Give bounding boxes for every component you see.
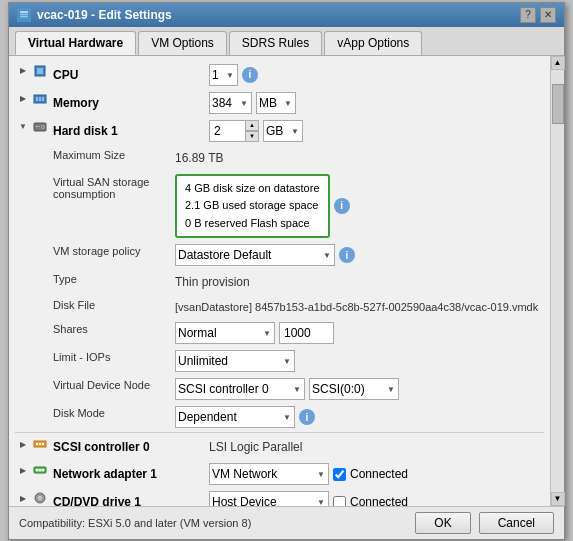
shares-num-input[interactable] — [279, 322, 334, 344]
network-expander[interactable]: ▶ — [15, 461, 31, 479]
cdrom-connected-checkbox[interactable] — [333, 496, 346, 506]
cdrom-icon — [31, 489, 49, 505]
harddisk-spinner[interactable]: ▲ ▼ — [209, 120, 259, 142]
window-title: vcac-019 - Edit Settings — [37, 8, 172, 22]
scroll-down-arrow[interactable]: ▼ — [551, 492, 565, 506]
ok-button[interactable]: OK — [415, 512, 470, 534]
cdrom-expander[interactable]: ▶ — [15, 489, 31, 505]
tab-sdrs-rules[interactable]: SDRS Rules — [229, 31, 322, 55]
title-bar-left: vcac-019 - Edit Settings — [17, 8, 172, 22]
vmstorage-controls: Datastore Default i — [175, 242, 544, 268]
scsi-icon — [31, 435, 49, 453]
memory-label: Memory — [49, 94, 209, 112]
cdrom-select-wrapper[interactable]: Host Device — [209, 491, 329, 505]
vmstorage-info-icon[interactable]: i — [339, 247, 355, 263]
scsi-label: SCSI controller 0 — [49, 438, 209, 456]
harddisk-unit-wrapper[interactable]: GB — [263, 120, 303, 142]
svg-rect-15 — [36, 443, 38, 445]
memory-value-wrapper[interactable]: 384 — [209, 92, 252, 114]
maxsize-label: Maximum Size — [49, 146, 175, 164]
scsi-expander[interactable]: ▶ — [15, 435, 31, 453]
harddisk-row: ▼ Hard disk 1 ▲ ▼ GB — [15, 118, 544, 144]
compatibility-text: Compatibility: ESXi 5.0 and later (VM ve… — [19, 517, 251, 529]
memory-unit-wrapper[interactable]: MB — [256, 92, 296, 114]
cpu-select[interactable]: 1 — [209, 64, 238, 86]
cdrom-select[interactable]: Host Device — [209, 491, 329, 505]
memory-expander[interactable]: ▶ — [15, 90, 31, 108]
cpu-expander[interactable]: ▶ — [15, 62, 31, 80]
harddisk-down-btn[interactable]: ▼ — [245, 131, 259, 142]
vdn-ctrl-select[interactable]: SCSI controller 0 — [175, 378, 305, 400]
diskmode-select-wrapper[interactable]: Dependent — [175, 406, 295, 428]
vdn-node-select[interactable]: SCSI(0:0) — [309, 378, 399, 400]
tab-virtual-hardware[interactable]: Virtual Hardware — [15, 31, 136, 55]
scsi-value: LSI Logic Parallel — [209, 437, 302, 457]
shares-select[interactable]: Normal — [175, 322, 275, 344]
harddisk-expander[interactable]: ▼ — [15, 118, 31, 136]
vmstorage-select-wrapper[interactable]: Datastore Default — [175, 244, 335, 266]
main-window: vcac-019 - Edit Settings ? ✕ Virtual Har… — [8, 2, 565, 540]
network-connected-label: Connected — [350, 467, 408, 481]
help-button[interactable]: ? — [520, 7, 536, 23]
scrollbar[interactable]: ▲ ▼ — [550, 56, 564, 506]
limit-select-wrapper[interactable]: Unlimited — [175, 350, 295, 372]
vdn-row: Virtual Device Node SCSI controller 0 SC… — [15, 376, 544, 402]
svg-rect-5 — [37, 68, 43, 74]
vdn-node-wrapper[interactable]: SCSI(0:0) — [309, 378, 399, 400]
type-label: Type — [49, 270, 175, 288]
svg-point-19 — [36, 469, 39, 472]
vdn-label: Virtual Device Node — [49, 376, 175, 394]
svg-point-21 — [42, 469, 45, 472]
vdn-ctrl-wrapper[interactable]: SCSI controller 0 — [175, 378, 305, 400]
harddisk-spinner-btns: ▲ ▼ — [245, 120, 259, 142]
cancel-button[interactable]: Cancel — [479, 512, 554, 534]
cpu-label: CPU — [49, 66, 209, 84]
maxsize-controls: 16.89 TB — [175, 146, 544, 170]
svg-rect-2 — [20, 14, 28, 15]
diskmode-label: Disk Mode — [49, 404, 175, 422]
harddisk-unit-select[interactable]: GB — [263, 120, 303, 142]
memory-unit-select[interactable]: MB — [256, 92, 296, 114]
diskmode-info-icon[interactable]: i — [299, 409, 315, 425]
tab-vm-options[interactable]: VM Options — [138, 31, 227, 55]
cpu-info-icon[interactable]: i — [242, 67, 258, 83]
diskfile-row: Disk File [vsanDatastore] 8457b153-a1bd-… — [15, 296, 544, 318]
scsi-controls: LSI Logic Parallel — [209, 435, 544, 459]
content-area: ▶ CPU 1 i ▶ Memory — [9, 56, 564, 506]
diskmode-select[interactable]: Dependent — [175, 406, 295, 428]
shares-row: Shares Normal — [15, 320, 544, 346]
svg-rect-9 — [42, 97, 44, 101]
network-connected-checkbox[interactable] — [333, 468, 346, 481]
network-label: Network adapter 1 — [49, 465, 209, 483]
harddisk-label: Hard disk 1 — [49, 122, 209, 140]
limit-select[interactable]: Unlimited — [175, 350, 295, 372]
type-value: Thin provision — [175, 272, 250, 292]
cdrom-row: ▶ CD/DVD drive 1 Host Device Connected — [15, 489, 544, 505]
network-select[interactable]: VM Network — [209, 463, 329, 485]
scroll-up-arrow[interactable]: ▲ — [551, 56, 565, 70]
harddisk-up-btn[interactable]: ▲ — [245, 120, 259, 131]
shares-select-wrapper[interactable]: Normal — [175, 322, 275, 344]
diskfile-label: Disk File — [49, 296, 175, 314]
maxsize-row: Maximum Size 16.89 TB — [15, 146, 544, 170]
diskmode-controls: Dependent i — [175, 404, 544, 430]
footer-buttons: OK Cancel — [415, 512, 554, 534]
window-icon — [17, 8, 31, 22]
san-info-icon[interactable]: i — [334, 198, 350, 214]
vmstorage-select[interactable]: Datastore Default — [175, 244, 335, 266]
tab-bar: Virtual Hardware VM Options SDRS Rules v… — [9, 27, 564, 56]
tab-vapp-options[interactable]: vApp Options — [324, 31, 422, 55]
svg-point-20 — [39, 469, 42, 472]
svg-rect-13 — [35, 126, 40, 127]
close-button[interactable]: ✕ — [540, 7, 556, 23]
cpu-controls: 1 i — [209, 62, 544, 88]
memory-select[interactable]: 384 — [209, 92, 252, 114]
scroll-thumb[interactable] — [552, 84, 564, 124]
shares-label: Shares — [49, 320, 175, 338]
title-bar-actions: ? ✕ — [520, 7, 556, 23]
svg-rect-3 — [20, 16, 28, 17]
network-select-wrapper[interactable]: VM Network — [209, 463, 329, 485]
san-row: Virtual SAN storageconsumption 4 GB disk… — [15, 172, 544, 241]
cpu-value-wrapper[interactable]: 1 — [209, 64, 238, 86]
svg-rect-8 — [39, 97, 41, 101]
